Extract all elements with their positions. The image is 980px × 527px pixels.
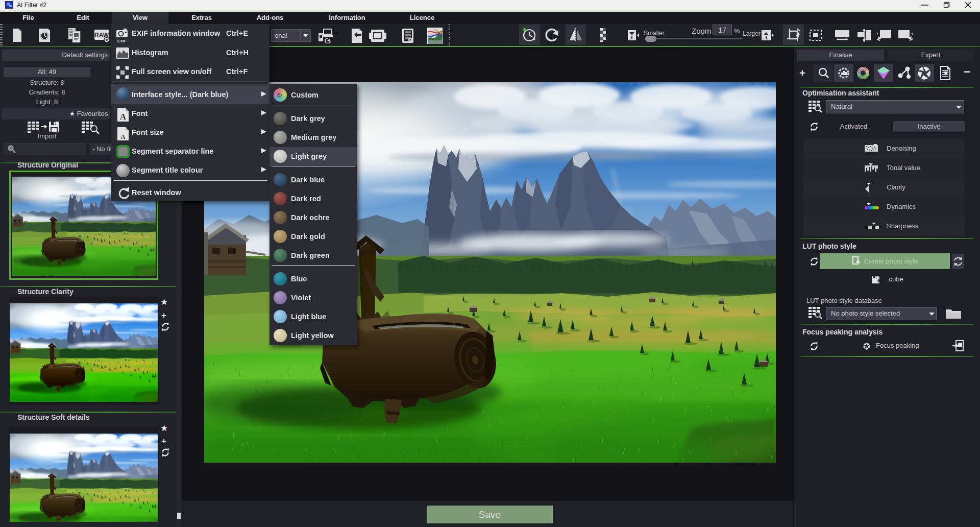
svg-text:A: A (120, 112, 127, 122)
svg-text:EXIF: EXIF (117, 39, 127, 43)
svg-text:A: A (120, 133, 126, 140)
